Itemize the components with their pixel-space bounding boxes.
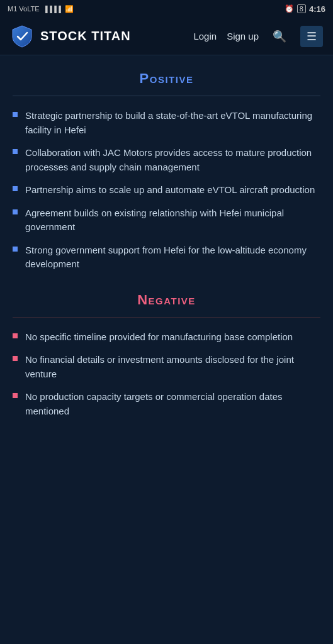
positive-item-4: Agreement builds on existing relationshi…	[25, 206, 320, 235]
time-display: 4:16	[309, 4, 325, 14]
menu-button[interactable]: ☰	[300, 26, 323, 47]
login-link[interactable]: Login	[193, 31, 217, 42]
positive-title: Positive	[13, 70, 320, 87]
negative-item-1: No specific timeline provided for manufa…	[25, 330, 320, 345]
list-item: No financial details or investment amoun…	[13, 353, 320, 381]
list-item: Agreement builds on existing relationshi…	[13, 206, 320, 235]
negative-item-3: No production capacity targets or commer…	[25, 390, 320, 418]
positive-item-2: Collaboration with JAC Motors provides a…	[25, 146, 320, 174]
negative-section: Negative No specific timeline provided f…	[13, 292, 320, 419]
main-content: Positive Strategic partnership to build …	[0, 55, 333, 453]
negative-list: No specific timeline provided for manufa…	[13, 330, 320, 419]
bullet-square-positive	[13, 186, 18, 191]
status-left: M1 VoLTE ▐▐▐▐ 📶	[8, 5, 74, 13]
status-right: ⏰ 8 4:16	[285, 4, 325, 14]
logo-icon	[10, 25, 34, 48]
battery-text: 8	[297, 4, 306, 13]
positive-section: Positive Strategic partnership to build …	[13, 70, 320, 272]
bullet-square-positive	[13, 149, 18, 154]
logo-container: STOCK TITAN	[10, 25, 193, 48]
navbar: STOCK TITAN Login Sign up 🔍 ☰	[0, 18, 333, 55]
positive-list: Strategic partnership to build a state-o…	[13, 109, 320, 272]
bullet-square-negative	[13, 333, 18, 338]
positive-item-5: Strong government support from Hefei for…	[25, 243, 320, 272]
bullet-square-positive	[13, 247, 18, 252]
wifi-icon: 📶	[65, 5, 74, 13]
nav-links: Login Sign up 🔍 ☰	[193, 26, 323, 47]
negative-divider	[13, 317, 320, 318]
negative-item-2: No financial details or investment amoun…	[25, 353, 320, 381]
bullet-square-positive	[13, 112, 18, 117]
list-item: No production capacity targets or commer…	[13, 390, 320, 418]
positive-item-3: Partnership aims to scale up and automat…	[25, 183, 320, 197]
list-item: Partnership aims to scale up and automat…	[13, 183, 320, 197]
signup-link[interactable]: Sign up	[227, 31, 259, 42]
list-item: Collaboration with JAC Motors provides a…	[13, 146, 320, 174]
list-item: Strong government support from Hefei for…	[13, 243, 320, 272]
list-item: Strategic partnership to build a state-o…	[13, 109, 320, 137]
alarm-icon: ⏰	[285, 4, 294, 13]
carrier-text: M1 VoLTE	[8, 5, 40, 13]
bullet-square-negative	[13, 356, 18, 361]
bullet-square-positive	[13, 209, 18, 214]
positive-item-1: Strategic partnership to build a state-o…	[25, 109, 320, 137]
hamburger-icon: ☰	[307, 30, 317, 43]
bullet-square-negative	[13, 393, 18, 398]
negative-title: Negative	[13, 292, 320, 308]
logo-text: STOCK TITAN	[40, 29, 131, 43]
signal-icon: ▐▐▐▐	[43, 6, 61, 13]
search-icon[interactable]: 🔍	[269, 27, 290, 46]
status-bar: M1 VoLTE ▐▐▐▐ 📶 ⏰ 8 4:16	[0, 0, 333, 18]
list-item: No specific timeline provided for manufa…	[13, 330, 320, 345]
positive-divider	[13, 96, 320, 96]
